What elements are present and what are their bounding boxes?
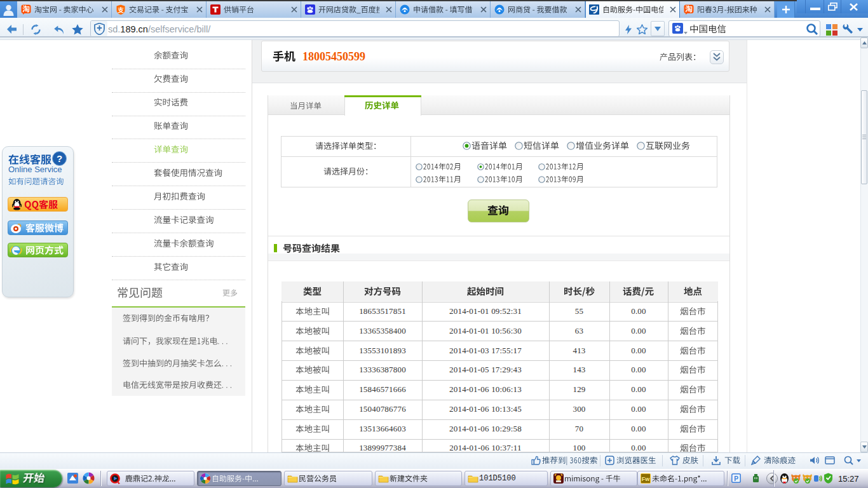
svg-text:?: ? [57, 153, 62, 164]
svg-text:Fw: Fw [642, 476, 650, 482]
svg-text:P: P [734, 475, 738, 482]
